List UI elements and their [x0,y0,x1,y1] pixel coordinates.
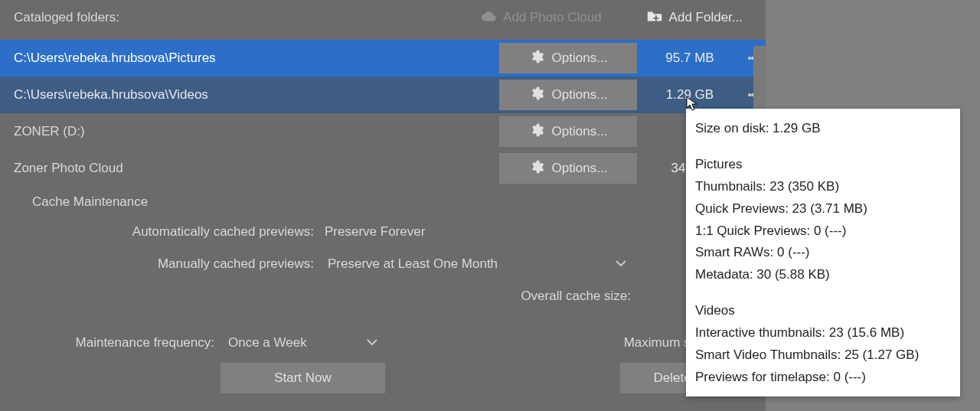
tooltip-metadata: Metadata: 30 (5.88 KB) [695,264,948,286]
cataloged-folders-label: Cataloged folders: [14,10,119,25]
folder-row-zoner-cloud[interactable]: Zoner Photo Cloud Options... 34.3 K [0,150,766,187]
folder-path: ZONER (D:) [14,124,499,139]
tooltip-smart-raws: Smart RAWs: 0 (---) [695,242,948,264]
overall-cache-label: Overall cache size: [0,289,639,304]
options-button[interactable]: Options... [499,80,637,110]
add-photo-cloud-label: Add Photo Cloud [503,10,602,25]
auto-cached-label: Automatically cached previews: [0,224,320,240]
options-label: Options... [552,51,608,66]
gear-icon [529,159,544,178]
tooltip-quick-previews: Quick Previews: 23 (3.71 MB) [695,198,948,220]
maintenance-frequency-value: Once a Week [228,335,307,351]
options-button[interactable]: Options... [499,116,637,147]
manual-cached-value: Preserve at Least One Month [328,256,498,272]
overall-cache-row: Overall cache size: 1.6 [0,280,766,312]
cloud-icon [480,9,497,27]
gear-icon [529,86,544,105]
options-label: Options... [552,161,608,176]
chevron-down-icon [616,256,626,272]
settings-panel: Cataloged folders: Add Photo Cloud Add F… [0,0,766,411]
tooltip-thumbnails: Thumbnails: 23 (350 KB) [695,176,948,198]
folder-path: C:\Users\rebeka.hrubsova\Pictures [14,51,499,66]
tooltip-videos-header: Videos [695,300,948,322]
action-row: Start Now Delete Cache [0,361,766,395]
folder-row-zoner-d[interactable]: ZONER (D:) Options... - [0,113,766,150]
folder-path: C:\Users\rebeka.hrubsova\Videos [14,87,499,103]
auto-cached-row: Automatically cached previews: Preserve … [0,216,766,248]
folder-path: Zoner Photo Cloud [14,161,499,176]
svg-rect-1 [653,17,658,18]
options-label: Options... [552,124,608,139]
add-folder-label: Add Folder... [669,10,743,25]
tooltip-interactive-thumbnails: Interactive thumbnails: 23 (15.6 MB) [695,322,948,344]
folder-plus-icon [646,9,663,27]
gear-icon [529,122,544,142]
tooltip-pictures-header: Pictures [695,154,948,176]
add-photo-cloud-button[interactable]: Add Photo Cloud [471,5,611,31]
auto-cached-value: Preserve Forever [320,224,425,240]
maintenance-frequency-label: Maintenance frequency: [0,335,220,351]
folder-row-pictures[interactable]: C:\Users\rebeka.hrubsova\Pictures Option… [0,40,766,77]
manual-cached-row: Manually cached previews: Preserve at Le… [0,248,766,280]
folder-list: C:\Users\rebeka.hrubsova\Pictures Option… [0,40,766,187]
start-now-button[interactable]: Start Now [220,363,385,393]
folder-size: 1.29 GB [640,87,740,103]
tooltip-timelapse-previews: Previews for timelapse: 0 (---) [695,367,948,389]
manual-cached-dropdown[interactable]: Preserve at Least One Month [320,250,634,278]
tooltip-size-on-disk: Size on disk: 1.29 GB [695,118,948,140]
add-folder-button[interactable]: Add Folder... [637,5,752,31]
top-bar: Cataloged folders: Add Photo Cloud Add F… [0,0,766,35]
chevron-down-icon [367,335,377,351]
options-button[interactable]: Options... [499,43,637,73]
size-tooltip: Size on disk: 1.29 GB Pictures Thumbnail… [686,109,960,396]
tooltip-11-quick-previews: 1:1 Quick Previews: 0 (---) [695,220,948,243]
cache-maintenance-title: Cache Maintenance [0,187,766,216]
folder-row-videos[interactable]: C:\Users\rebeka.hrubsova\Videos Options.… [0,77,766,113]
tooltip-smart-video-thumbnails: Smart Video Thumbnails: 25 (1.27 GB) [695,344,948,367]
options-label: Options... [552,87,608,103]
folder-size: 95.7 MB [640,51,740,66]
maintenance-row: Maintenance frequency: Once a Week Maxim… [0,326,766,360]
manual-cached-label: Manually cached previews: [0,256,320,272]
options-button[interactable]: Options... [499,153,637,184]
maintenance-frequency-dropdown[interactable]: Once a Week [220,329,385,357]
gear-icon [529,49,544,68]
